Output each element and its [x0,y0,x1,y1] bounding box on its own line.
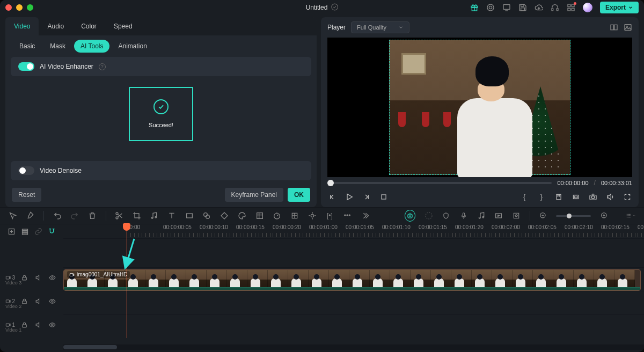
brace-close-icon[interactable]: } [537,192,546,202]
effects-icon[interactable] [255,211,264,221]
crop-icon[interactable] [132,211,141,221]
export-button[interactable]: Export [600,2,639,13]
svg-rect-28 [186,214,192,218]
keyframe-panel-button[interactable]: Keyframe Panel [225,188,283,202]
svg-rect-5 [503,5,510,10]
play-button[interactable] [345,192,354,202]
quality-dropdown[interactable]: Full Quality [351,21,409,33]
timeline-ruler[interactable]: 00:0000:00:00:0500:00:00:1000:00:00:1500… [127,224,644,238]
avatar[interactable] [583,3,592,12]
track-label: Video 1 [0,327,63,333]
window-minimize-button[interactable] [16,4,23,11]
zoom-slider[interactable] [556,215,591,217]
video-denoise-toggle[interactable] [18,166,34,175]
ruler-tick: 00:00:02:00 [492,224,528,230]
timeline-toolbar: [•] ••• [0,207,644,224]
audio-beat-icon[interactable] [150,211,159,221]
track-body[interactable]: imag0001_AIUltraHD [63,267,644,291]
fullscreen-icon[interactable] [623,192,632,202]
prev-frame-button[interactable] [327,192,337,202]
zoom-in-icon[interactable] [599,211,609,221]
select-tool-icon[interactable] [9,211,18,221]
save-icon[interactable] [518,3,527,12]
palette-icon[interactable] [237,211,246,221]
undo-icon[interactable] [53,211,62,221]
tab-speed[interactable]: Speed [105,17,141,35]
microphone-icon[interactable] [459,211,469,221]
split-icon[interactable] [114,211,123,221]
rect-icon[interactable] [185,211,194,221]
headphones-icon[interactable] [551,3,559,12]
svg-rect-50 [6,276,9,278]
svg-rect-18 [382,195,386,199]
compare-view-icon[interactable] [610,23,618,32]
render-icon[interactable] [494,211,503,221]
ruler-tick: 00:00:02:05 [528,224,565,230]
volume-icon[interactable] [605,192,615,202]
audio-mixer-icon[interactable] [477,211,486,221]
ai-assistant-icon[interactable] [405,210,416,222]
track-body[interactable] [63,291,644,314]
ai-video-enhancer-toggle[interactable] [18,62,34,71]
stop-button[interactable] [379,192,389,202]
picture-icon[interactable] [624,23,632,32]
svg-rect-55 [22,300,26,303]
tab-color[interactable]: Color [72,17,105,35]
link-icon[interactable] [34,226,42,236]
marker-add-icon[interactable] [442,211,451,221]
chroma-key-icon[interactable] [308,211,317,221]
cloud-sync-icon[interactable] [331,3,338,12]
pen-tool-icon[interactable] [26,211,35,221]
tab-audio[interactable]: Audio [39,17,72,35]
svg-point-27 [155,216,157,218]
window-zoom-button[interactable] [27,4,33,11]
inspector-panel: Video Audio Color Speed Basic Mask AI To… [5,17,317,207]
subtab-basic[interactable]: Basic [13,40,41,53]
ungroup-icon[interactable]: ••• [343,211,352,221]
keyframe-icon[interactable] [220,211,229,221]
ok-button[interactable]: OK [288,188,310,202]
brace-open-icon[interactable]: { [519,192,529,202]
text-icon[interactable] [167,211,177,221]
tab-video[interactable]: Video [5,17,39,35]
redo-icon[interactable] [70,211,79,221]
svg-point-36 [409,216,409,216]
track-manage-icon[interactable] [21,226,29,236]
apps-icon[interactable] [567,3,575,12]
track-label: Video 2 [0,304,63,309]
marker-icon[interactable] [554,192,564,202]
video-clip[interactable]: imag0001_AIUltraHD [63,269,641,291]
keyframe-diamond-icon[interactable] [512,211,521,221]
more-tools-icon[interactable] [361,211,370,221]
ruler-tick: 00:00:02:20 [638,224,644,230]
playback-scrubber[interactable] [327,182,552,184]
group-icon[interactable]: [•] [325,211,334,221]
info-icon[interactable]: ? [99,63,106,70]
record-icon[interactable] [486,3,495,12]
track-body[interactable] [63,314,644,338]
color-match-icon[interactable] [202,211,211,221]
preview-area[interactable] [327,38,632,177]
delete-icon[interactable] [88,211,97,221]
gift-icon[interactable] [470,3,479,12]
reset-button[interactable]: Reset [12,188,41,202]
subtab-mask[interactable]: Mask [43,40,72,53]
subtab-ai-tools[interactable]: AI Tools [74,40,109,53]
monitor-icon[interactable] [502,3,511,12]
track-add-icon[interactable] [8,226,16,236]
cloud-upload-icon[interactable] [535,3,543,12]
next-frame-button[interactable] [362,192,371,202]
timeline-hscrollbar[interactable] [63,344,644,350]
speed-icon[interactable] [273,211,282,221]
safe-zone-icon[interactable] [571,192,581,202]
snapshot-icon[interactable] [588,192,598,202]
zoom-out-icon[interactable] [538,211,547,221]
list-options-icon[interactable] [626,211,635,221]
motion-track-icon[interactable] [290,211,299,221]
window-close-button[interactable] [5,4,12,11]
subtab-animation[interactable]: Animation [112,40,153,53]
svg-rect-19 [557,194,561,199]
snap-icon[interactable] [48,226,56,236]
svg-rect-51 [22,277,26,280]
voiceover-timer-icon[interactable] [424,211,433,221]
